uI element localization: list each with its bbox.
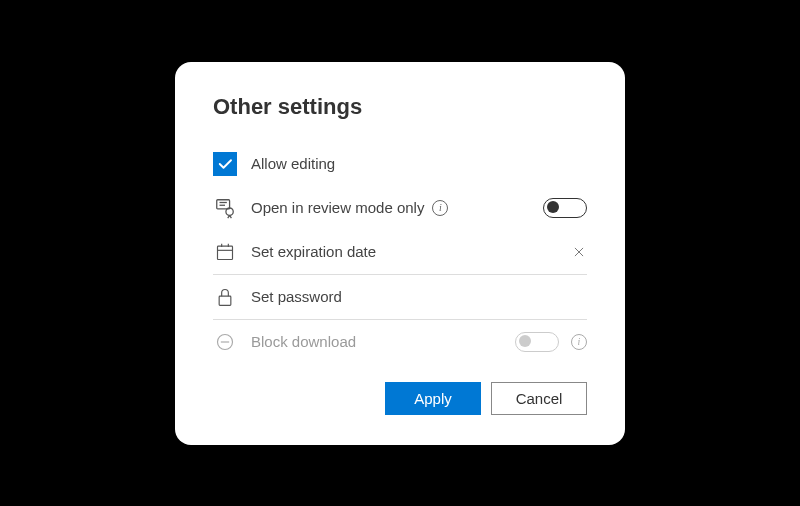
row-review-mode: Open in review mode only i <box>213 186 587 230</box>
row-allow-editing: Allow editing <box>213 142 587 186</box>
other-settings-dialog: Other settings Allow editing Open in rev… <box>175 62 625 445</box>
dialog-title: Other settings <box>213 94 587 120</box>
close-icon[interactable] <box>571 244 587 260</box>
review-mode-toggle[interactable] <box>543 198 587 218</box>
password-label: Set password <box>251 288 342 305</box>
review-mode-icon <box>213 196 237 220</box>
checkmark-icon <box>216 155 234 173</box>
info-icon[interactable]: i <box>432 200 448 216</box>
allow-editing-label: Allow editing <box>251 155 335 172</box>
block-download-toggle <box>515 332 559 352</box>
row-expiration[interactable]: Set expiration date <box>213 230 587 274</box>
toggle-knob <box>547 201 559 213</box>
allow-editing-checkbox[interactable] <box>213 152 237 176</box>
apply-button[interactable]: Apply <box>385 382 481 415</box>
svg-rect-4 <box>218 246 233 259</box>
calendar-icon <box>213 240 237 264</box>
block-download-label: Block download <box>251 333 356 350</box>
block-icon <box>213 330 237 354</box>
toggle-knob <box>519 335 531 347</box>
svg-rect-15 <box>219 296 231 305</box>
info-icon[interactable]: i <box>571 334 587 350</box>
review-mode-label: Open in review mode only <box>251 199 424 216</box>
expiration-label: Set expiration date <box>251 243 376 260</box>
button-row: Apply Cancel <box>213 382 587 415</box>
svg-rect-0 <box>217 199 230 208</box>
lock-icon <box>213 285 237 309</box>
row-block-download: Block download i <box>213 319 587 364</box>
cancel-button[interactable]: Cancel <box>491 382 587 415</box>
row-password[interactable]: Set password <box>213 274 587 319</box>
